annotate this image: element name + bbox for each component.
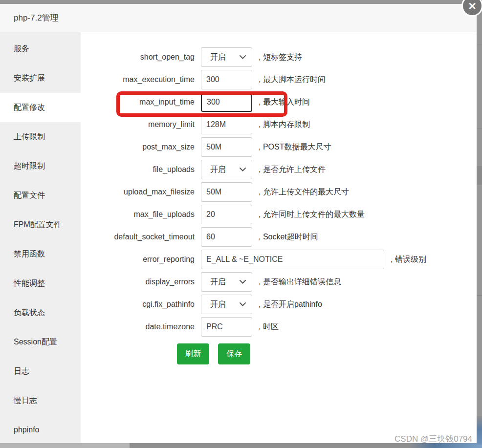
- background-bottom-strip-left: [0, 443, 130, 448]
- form-row: date.timezone , 时区: [81, 317, 477, 337]
- sidebar-item[interactable]: FPM配置文件: [0, 210, 81, 239]
- select-value: 开启: [210, 277, 226, 287]
- background-block: [477, 166, 482, 185]
- field-description: , 脚本内存限制: [259, 120, 310, 130]
- sidebar-item-label: 慢日志: [14, 396, 37, 406]
- field-control: 开启: [201, 47, 252, 67]
- field-control: [201, 205, 252, 224]
- field-input[interactable]: [201, 317, 252, 337]
- field-description: , 最大脚本运行时间: [259, 75, 326, 85]
- modal-title: php-7.2管理: [14, 12, 59, 23]
- select-value: 开启: [210, 52, 226, 63]
- close-icon: ✕: [468, 1, 477, 11]
- field-input[interactable]: [201, 227, 252, 247]
- select-value: 开启: [210, 165, 226, 175]
- sidebar-item[interactable]: 禁用函数: [0, 239, 81, 269]
- field-input[interactable]: [201, 250, 384, 269]
- field-description: , 是否允许上传文件: [259, 165, 326, 175]
- field-label: max_file_uploads: [81, 210, 195, 219]
- sidebar-item-label: Session配置: [14, 337, 57, 347]
- sidebar-item-label: FPM配置文件: [14, 220, 62, 230]
- sidebar-item-label: phpinfo: [14, 426, 40, 434]
- sidebar-item[interactable]: 慢日志: [0, 386, 81, 415]
- field-control: 开启: [201, 160, 252, 179]
- form-row: short_open_tag 开启 , 短标签支持: [81, 47, 477, 67]
- form-row: error_reporting , 错误级别: [81, 249, 477, 270]
- sidebar-item-label: 日志: [14, 366, 29, 377]
- field-input[interactable]: [201, 70, 252, 89]
- field-select[interactable]: 开启: [201, 295, 252, 314]
- field-control: 开启: [201, 272, 252, 292]
- field-label: max_execution_time: [81, 75, 195, 84]
- sidebar-item[interactable]: Session配置: [0, 327, 81, 357]
- field-select[interactable]: 开启: [201, 272, 252, 292]
- sidebar-item[interactable]: 上传限制: [0, 122, 81, 151]
- form-row: memory_limit , 脚本内存限制: [81, 114, 477, 135]
- sidebar-item[interactable]: 安装扩展: [0, 64, 81, 93]
- field-description: , 是否输出详细错误信息: [259, 277, 341, 287]
- chevron-down-icon: [240, 55, 246, 59]
- field-description: , 时区: [259, 322, 279, 332]
- field-control: [201, 92, 252, 112]
- field-label: cgi.fix_pathinfo: [81, 300, 195, 309]
- field-label: file_uploads: [81, 165, 195, 174]
- form-row: post_max_size , POST数据最大尺寸: [81, 137, 477, 157]
- background-line: [477, 295, 482, 296]
- save-button[interactable]: 保存: [218, 343, 250, 364]
- form-row: max_file_uploads , 允许同时上传文件的最大数量: [81, 204, 477, 225]
- field-input[interactable]: [201, 137, 252, 157]
- sidebar-item[interactable]: phpinfo: [0, 415, 81, 445]
- form-row: max_execution_time , 最大脚本运行时间: [81, 69, 477, 90]
- field-select[interactable]: 开启: [201, 47, 252, 67]
- sidebar-item-label: 配置修改: [14, 103, 45, 113]
- sidebar-item[interactable]: 日志: [0, 357, 81, 386]
- field-input[interactable]: [201, 205, 252, 224]
- field-label: display_errors: [81, 277, 195, 286]
- field-label: error_reporting: [81, 255, 195, 264]
- field-control: [201, 227, 252, 247]
- modal-body: 服务 安装扩展 配置修改 上传限制 超时限制 配置文件 FPM配置文件 禁用函数…: [0, 32, 477, 443]
- form-row: default_socket_timeout , Socket超时时间: [81, 227, 477, 247]
- field-control: [201, 182, 252, 202]
- form-row: display_errors 开启 , 是否输出详细错误信息: [81, 272, 477, 292]
- chevron-down-icon: [240, 168, 246, 171]
- field-label: upload_max_filesize: [81, 188, 195, 196]
- field-description: , 错误级别: [391, 255, 426, 265]
- sidebar-item[interactable]: 性能调整: [0, 269, 81, 298]
- sidebar-item[interactable]: 配置修改: [0, 93, 81, 122]
- sidebar-item[interactable]: 配置文件: [0, 181, 81, 210]
- field-select[interactable]: 开启: [201, 160, 252, 179]
- sidebar-item[interactable]: 负载状态: [0, 298, 81, 327]
- sidebar-item[interactable]: 服务: [0, 34, 81, 64]
- background-line: [477, 128, 482, 128]
- sidebar-item[interactable]: 超时限制: [0, 151, 81, 181]
- field-control: [201, 250, 384, 269]
- field-description: , 允许同时上传文件的最大数量: [259, 210, 365, 220]
- field-label: post_max_size: [81, 143, 195, 151]
- field-control: [201, 115, 252, 134]
- form-row: max_input_time , 最大输入时间: [81, 92, 477, 112]
- field-label: max_input_time: [81, 98, 195, 107]
- form-row: cgi.fix_pathinfo 开启 , 是否开启pathinfo: [81, 294, 477, 315]
- sidebar-item-label: 配置文件: [14, 191, 45, 201]
- sidebar: 服务 安装扩展 配置修改 上传限制 超时限制 配置文件 FPM配置文件 禁用函数…: [0, 32, 81, 443]
- field-description: , 最大输入时间: [259, 97, 310, 107]
- field-description: , 允许上传文件的最大尺寸: [259, 187, 349, 197]
- sidebar-item-label: 负载状态: [14, 308, 45, 318]
- field-control: 开启: [201, 295, 252, 314]
- field-label: short_open_tag: [81, 53, 195, 62]
- field-input[interactable]: [201, 182, 252, 202]
- form-row: file_uploads 开启 , 是否允许上传文件: [81, 159, 477, 180]
- field-input[interactable]: [201, 115, 252, 134]
- field-control: [201, 317, 252, 337]
- form-row: upload_max_filesize , 允许上传文件的最大尺寸: [81, 182, 477, 202]
- field-input[interactable]: [201, 92, 252, 112]
- field-description: , Socket超时时间: [259, 232, 318, 242]
- field-description: , 短标签支持: [259, 52, 302, 63]
- sidebar-item-label: 禁用函数: [14, 249, 45, 259]
- refresh-button[interactable]: 刷新: [177, 343, 209, 364]
- sidebar-item-label: 性能调整: [14, 278, 45, 289]
- field-control: [201, 137, 252, 157]
- php-manager-modal: php-7.2管理 服务 安装扩展 配置修改 上传限制 超时限制 配置文件 FP…: [0, 4, 477, 443]
- field-label: date.timezone: [81, 322, 195, 331]
